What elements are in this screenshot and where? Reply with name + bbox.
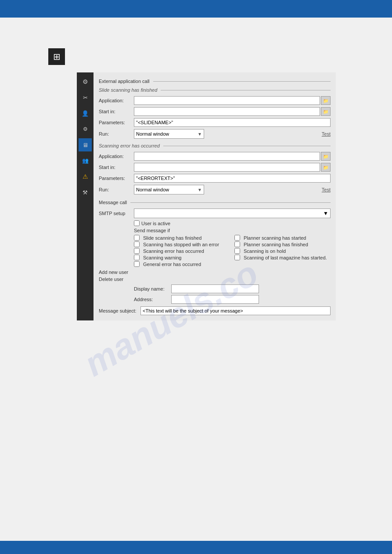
sidebar: ⚙ ✂ 👤 ⚙ 🖥 👥 ⚠ ⚒ [77,72,94,320]
footer-bar [0,541,392,554]
checkbox-scanning-warning: Scanning warning [134,255,230,260]
checkbox-scanning-stopped: Scanning has stopped with an error [134,241,230,247]
sidebar-item-user-config[interactable]: 👤 [79,107,92,120]
parameters-input[interactable] [134,118,331,127]
checkbox-general-error-label: General error has occurred [143,262,201,267]
checkbox-slide-finished-label: Slide scanning has finished [143,235,201,241]
checkbox-planner-finished-label: Planner scanning has finished [244,242,308,247]
content-area: External application call Slide scanning… [94,72,336,320]
display-name-input[interactable] [171,284,259,293]
display-name-label: Display name: [134,286,171,291]
checkbox-slide-finished-input[interactable] [134,235,140,241]
delete-user-label: Delete user [99,277,134,282]
error-parameters-row: Parameters: [99,174,331,183]
smtp-select[interactable]: ▼ [134,209,331,218]
checkboxes-left-col: Slide scanning has finished Scanning has… [134,235,230,267]
application-browse-btn[interactable]: 📁 [321,96,331,105]
user-actions-row: Add new user [99,270,331,275]
checkboxes-container: Slide scanning has finished Scanning has… [134,235,331,267]
error-start-in-label: Start in: [99,165,134,170]
application-label: Application: [99,98,134,103]
address-row: Address: [134,295,331,304]
checkbox-scanning-on-hold: Scanning is on hold [234,248,331,254]
run-select[interactable]: Normal window ▼ [134,129,204,139]
checkbox-last-magazine-input[interactable] [234,255,240,260]
sidebar-item-gear-config[interactable]: ⚙ [79,122,92,136]
delete-user-row: Delete user [99,277,331,282]
checkbox-scanning-stopped-input[interactable] [134,241,140,247]
user-is-active-label: User is active [141,221,170,226]
checkbox-general-error-input[interactable] [134,261,140,267]
checkbox-scanning-stopped-label: Scanning has stopped with an error [143,242,219,247]
checkbox-scanning-warning-input[interactable] [134,255,140,260]
parameters-row: Parameters: [99,118,331,127]
application-input[interactable] [134,96,320,105]
error-section-line [163,146,331,146]
error-run-label: Run: [99,187,134,192]
header-bar [0,0,392,18]
user-is-active-checkbox[interactable] [134,220,140,226]
checkbox-planner-started-input[interactable] [234,235,240,241]
checkbox-scanning-error-input[interactable] [134,248,140,254]
main-layout: ⚙ ✂ 👤 ⚙ 🖥 👥 ⚠ ⚒ External application cal… [77,72,336,320]
message-subject-label: Message subject: [99,308,140,313]
run-select-arrow: ▼ [198,132,202,137]
error-start-in-row: Start in: 📁 [99,163,331,172]
checkbox-scanning-on-hold-label: Scanning is on hold [244,248,286,254]
run-label: Run: [99,131,134,137]
error-run-select[interactable]: Normal window ▼ [134,185,204,194]
error-application-browse-btn[interactable]: 📁 [321,152,331,161]
send-message-if-label: Send message if [134,228,331,233]
error-application-input[interactable] [134,152,320,161]
slide-finished-title: Slide scanning has finished [99,87,157,93]
error-title: Scanning error has occurred [99,143,160,148]
external-app-title: External application call [99,79,150,84]
page-icon: ⊞ [48,48,65,65]
error-parameters-label: Parameters: [99,176,134,181]
sidebar-item-monitor[interactable]: 🖥 [79,138,92,151]
checkbox-last-magazine: Scanning of last magazine has started. [234,255,331,260]
error-start-in-input[interactable] [134,163,320,172]
error-application-label: Application: [99,154,134,159]
sidebar-item-settings1[interactable]: ⚙ [79,75,92,88]
error-section-header: Scanning error has occurred [99,143,331,148]
error-test-button[interactable]: Test [322,187,331,192]
external-app-section-line [153,81,331,82]
test-button[interactable]: Test [322,131,331,137]
smtp-label: SMTP setup [99,211,134,216]
error-application-row: Application: 📁 [99,152,331,161]
checkboxes-right-col: Planner scanning has started Planner sca… [234,235,331,267]
checkbox-planner-finished-input[interactable] [234,241,240,247]
message-call-line [130,202,331,203]
message-call-header: Message call [99,200,331,205]
error-run-row: Run: Normal window ▼ Test [99,185,331,194]
checkbox-scanning-on-hold-input[interactable] [234,248,240,254]
start-in-browse-btn[interactable]: 📁 [321,107,331,116]
sidebar-item-tools[interactable]: ✂ [79,91,92,104]
message-subject-row: Message subject: [99,306,331,315]
slide-finished-header: Slide scanning has finished [99,87,331,93]
user-is-active-row: User is active [134,220,331,226]
sidebar-item-user-arrow[interactable]: 👥 [79,154,92,167]
start-in-row: Start in: 📁 [99,107,331,116]
slide-finished-line [161,90,331,90]
error-start-in-browse-btn[interactable]: 📁 [321,163,331,172]
external-app-section-header: External application call [99,79,331,84]
error-parameters-input[interactable] [134,174,331,183]
error-run-select-arrow: ▼ [198,187,202,192]
message-call-title: Message call [99,200,127,205]
smtp-dropdown-arrow: ▼ [323,210,328,216]
smtp-row: SMTP setup ▼ [99,209,331,218]
start-in-input[interactable] [134,107,320,116]
sidebar-item-warning[interactable]: ⚠ [79,170,92,183]
sidebar-item-adjust[interactable]: ⚒ [79,186,92,199]
checkbox-scanning-error: Scanning error has occurred [134,248,230,254]
start-in-label: Start in: [99,109,134,114]
message-subject-input[interactable] [140,306,331,315]
error-run-select-value: Normal window [136,187,169,192]
parameters-label: Parameters: [99,120,134,125]
display-name-row: Display name: [134,284,331,293]
checkbox-planner-started: Planner scanning has started [234,235,331,241]
checkbox-scanning-warning-label: Scanning warning [143,255,181,260]
address-input[interactable] [171,295,259,304]
